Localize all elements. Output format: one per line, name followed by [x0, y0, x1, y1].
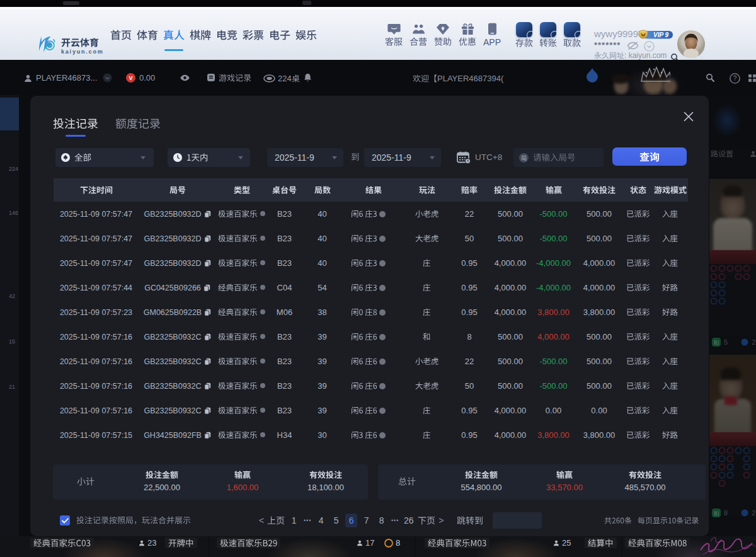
svg-text:?: ? [733, 75, 737, 82]
svg-text:V: V [129, 75, 132, 81]
svg-text:VIP 9: VIP 9 [653, 32, 669, 38]
